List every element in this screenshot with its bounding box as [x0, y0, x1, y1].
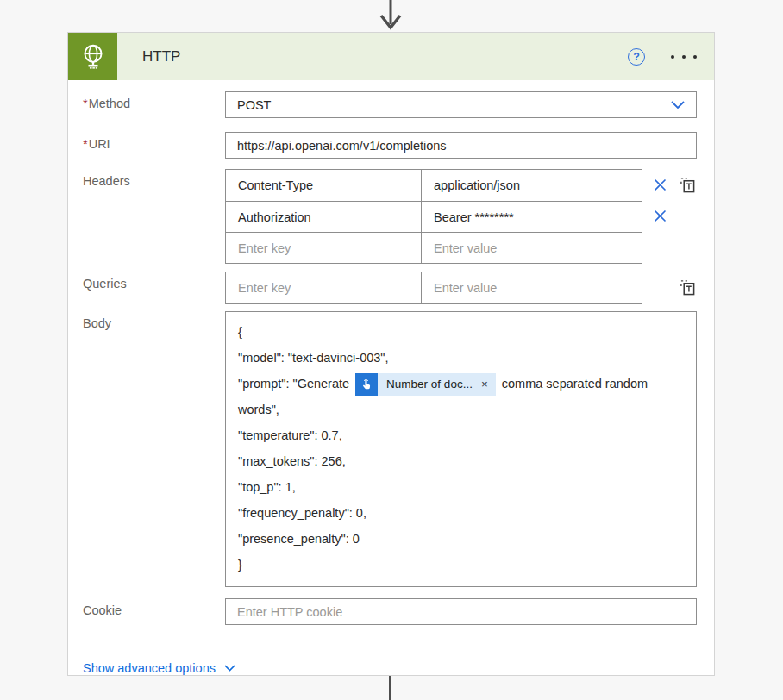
- help-glyph: ?: [633, 51, 640, 63]
- body-line: "max_tokens": 256,: [238, 448, 684, 474]
- headers-table: Content-Type application/json Authorizat…: [225, 169, 642, 264]
- query-row-new: [226, 272, 642, 303]
- cookie-input[interactable]: [225, 598, 697, 625]
- uri-row: *URI: [83, 132, 697, 159]
- queries-label: Queries: [83, 272, 225, 304]
- header-value-cell[interactable]: Bearer ********: [422, 202, 642, 232]
- manual-input-token-icon: [355, 373, 378, 396]
- body-line: "frequency_penalty": 0,: [238, 500, 684, 526]
- advanced-link-label: Show advanced options: [83, 661, 216, 675]
- header-row-2: Authorization Bearer ********: [226, 201, 642, 232]
- globe-icon: [78, 42, 108, 72]
- body-line: {: [238, 319, 684, 345]
- flow-connector-arrow-down-icon: [379, 0, 402, 33]
- headers-label: Headers: [83, 169, 225, 264]
- http-connector-tile: [68, 33, 117, 80]
- header-key-cell[interactable]: Content-Type: [226, 170, 422, 201]
- method-label: *Method: [83, 91, 225, 118]
- token-remove-icon[interactable]: ×: [478, 372, 496, 397]
- chevron-down-icon: [671, 101, 685, 109]
- body-editor[interactable]: { "model": "text-davinci-003", "prompt":…: [225, 311, 697, 587]
- help-icon[interactable]: ?: [628, 48, 645, 66]
- method-dropdown[interactable]: POST: [225, 91, 697, 118]
- body-line: "top_p": 1,: [238, 474, 684, 500]
- action-parameters-form: *Method POST *URI Headers: [68, 80, 714, 676]
- dynamic-content-token[interactable]: Number of doc...×: [355, 373, 496, 396]
- body-line: }: [238, 552, 684, 578]
- headers-row: Headers Content-Type application/json Au…: [83, 169, 697, 264]
- chevron-down-icon: [224, 665, 235, 672]
- uri-input[interactable]: [225, 132, 697, 159]
- required-asterisk: *: [83, 137, 88, 151]
- header-key-input[interactable]: [238, 233, 409, 263]
- action-title: HTTP: [142, 48, 180, 66]
- delete-header-row-icon[interactable]: [650, 206, 669, 225]
- header-row-new: [226, 232, 642, 263]
- body-line: "temperature": 0.7,: [238, 422, 684, 448]
- header-value-cell[interactable]: application/json: [422, 170, 642, 201]
- more-menu-icon[interactable]: [671, 50, 697, 64]
- header-row-1: Content-Type application/json: [226, 170, 642, 201]
- delete-header-row-icon[interactable]: [650, 175, 669, 194]
- http-action-card: HTTP ? *Method POST: [67, 32, 715, 676]
- query-value-input[interactable]: [434, 272, 630, 303]
- queries-table: [225, 272, 642, 304]
- body-line: "presence_penalty": 0: [238, 526, 684, 552]
- token-label: Number of doc...: [378, 372, 478, 397]
- method-value: POST: [237, 98, 271, 112]
- header-key-cell[interactable]: Authorization: [226, 202, 422, 232]
- header-value-input[interactable]: [434, 233, 630, 263]
- required-asterisk: *: [83, 97, 88, 110]
- body-prompt-line: "prompt": "GenerateNumber of doc...×comm…: [238, 371, 684, 422]
- cookie-row: Cookie: [83, 598, 697, 625]
- flow-connector-line: [389, 676, 392, 700]
- show-advanced-options-link[interactable]: Show advanced options: [83, 661, 235, 675]
- action-card-header[interactable]: HTTP ?: [68, 33, 714, 80]
- cookie-label: Cookie: [83, 598, 225, 625]
- uri-label: *URI: [83, 132, 225, 159]
- body-row: Body { "model": "text-davinci-003", "pro…: [83, 311, 697, 587]
- body-line: "model": "text-davinci-003",: [238, 345, 684, 371]
- method-row: *Method POST: [83, 91, 697, 118]
- switch-to-text-mode-icon[interactable]: [678, 175, 697, 194]
- switch-to-text-mode-icon[interactable]: [678, 278, 697, 297]
- queries-row: Queries: [83, 272, 697, 304]
- query-key-input[interactable]: [238, 272, 409, 303]
- body-label: Body: [83, 311, 225, 587]
